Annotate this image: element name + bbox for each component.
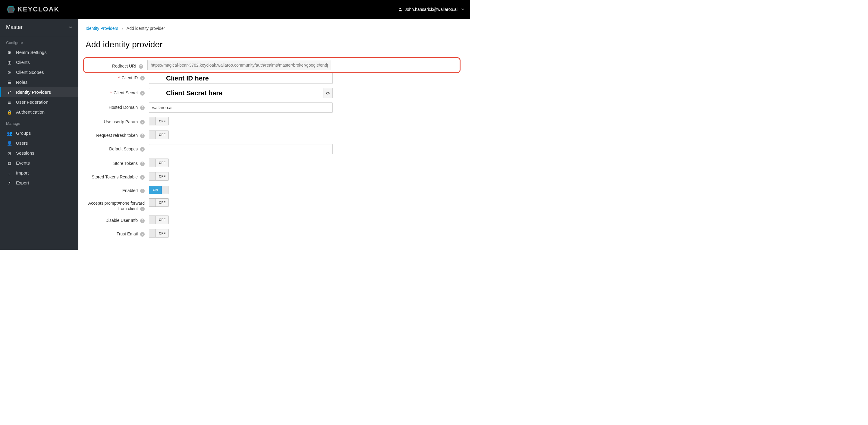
logo-text: KEYCLOAK <box>18 5 59 13</box>
group-icon: 👥 <box>7 131 12 135</box>
enabled-label: Enabled <box>122 188 138 193</box>
nav-client-scopes[interactable]: ⊛ Client Scopes <box>0 67 79 77</box>
calendar-icon: ▦ <box>7 161 12 165</box>
breadcrumb-current: Add identity provider <box>127 26 165 31</box>
nav-import[interactable]: ⭳ Import <box>0 168 79 178</box>
client-secret-annotation[interactable]: Client Secret here <box>149 88 323 98</box>
help-icon[interactable]: ? <box>140 207 145 211</box>
user-icon <box>398 7 402 11</box>
help-icon[interactable]: ? <box>140 161 145 166</box>
chevron-right-icon: › <box>122 26 123 31</box>
cube-icon: ◫ <box>7 60 12 65</box>
list-icon: ☰ <box>7 80 12 85</box>
user-icon: 👤 <box>7 141 12 146</box>
help-icon[interactable]: ? <box>140 91 145 96</box>
help-icon[interactable]: ? <box>138 64 143 69</box>
client-id-annotation[interactable]: Client ID here <box>149 73 333 84</box>
client-id-label: Client ID <box>121 75 138 80</box>
nav-realm-settings[interactable]: ⚙ Realm Settings <box>0 47 79 57</box>
help-icon[interactable]: ? <box>140 133 145 138</box>
help-icon[interactable]: ? <box>140 189 145 193</box>
sidebar: Master Configure ⚙ Realm Settings ◫ Clie… <box>0 19 79 250</box>
realm-selector[interactable]: Master <box>0 19 79 36</box>
section-configure: Configure <box>0 36 79 47</box>
use-userip-label: Use userIp Param <box>104 119 138 124</box>
page-title: Add identity provider <box>86 40 458 50</box>
nav-sessions[interactable]: ◷ Sessions <box>0 148 79 158</box>
export-icon: ⭷ <box>7 181 12 185</box>
breadcrumb-parent[interactable]: Identity Providers <box>86 26 118 31</box>
use-userip-toggle[interactable]: OFF <box>149 117 169 125</box>
nav-users[interactable]: 👤 Users <box>0 138 79 148</box>
stored-readable-label: Stored Tokens Readable <box>92 175 138 179</box>
trust-email-toggle[interactable]: OFF <box>149 229 169 238</box>
store-tokens-label: Store Tokens <box>113 161 138 166</box>
default-scopes-label: Default Scopes <box>109 147 138 151</box>
lock-icon: 🔒 <box>7 110 12 115</box>
help-icon[interactable]: ? <box>140 175 145 180</box>
help-icon[interactable]: ? <box>140 147 145 152</box>
chevron-down-icon <box>69 26 72 29</box>
nav-events[interactable]: ▦ Events <box>0 158 79 168</box>
help-icon[interactable]: ? <box>140 105 145 110</box>
import-icon: ⭳ <box>7 171 12 175</box>
realm-name: Master <box>6 24 23 30</box>
main-content: Identity Providers › Add identity provid… <box>79 19 470 250</box>
topbar: KEYCLOAK John.hansarick@wallaroo.ai <box>0 0 470 19</box>
disable-user-info-toggle[interactable]: OFF <box>149 215 169 224</box>
store-tokens-toggle[interactable]: OFF <box>149 158 169 167</box>
redirect-uri-highlight: Redirect URI ? <box>83 57 461 73</box>
rings-icon: ⊛ <box>7 70 12 75</box>
enabled-toggle[interactable]: ONOFF <box>149 186 168 194</box>
client-secret-label: Client Secret <box>114 90 138 95</box>
stored-readable-toggle[interactable]: OFF <box>149 172 169 181</box>
eye-icon <box>326 91 330 95</box>
redirect-uri-label: Redirect URI <box>112 64 136 68</box>
clock-icon: ◷ <box>7 151 12 155</box>
nav-authentication[interactable]: 🔒 Authentication <box>0 107 79 117</box>
sliders-icon: ⚙ <box>7 50 12 55</box>
exchange-icon: ⇄ <box>7 90 12 95</box>
help-icon[interactable]: ? <box>140 218 145 223</box>
keycloak-logo-icon <box>6 4 16 14</box>
hosted-domain-label: Hosted Domain <box>109 105 138 110</box>
help-icon[interactable]: ? <box>140 120 145 124</box>
help-icon[interactable]: ? <box>140 76 145 81</box>
nav-identity-providers[interactable]: ⇄ Identity Providers <box>0 87 79 97</box>
nav-export[interactable]: ⭷ Export <box>0 178 79 188</box>
request-refresh-label: Request refresh token <box>96 133 138 138</box>
nav-user-federation[interactable]: ≣ User Federation <box>0 97 79 107</box>
trust-email-label: Trust Email <box>117 232 138 236</box>
breadcrumb: Identity Providers › Add identity provid… <box>86 26 458 31</box>
disable-user-info-label: Disable User Info <box>105 218 138 223</box>
user-menu[interactable]: John.hansarick@wallaroo.ai <box>389 0 464 19</box>
section-manage: Manage <box>0 117 79 128</box>
help-icon[interactable]: ? <box>140 232 145 237</box>
hosted-domain-input[interactable] <box>149 102 333 113</box>
nav-roles[interactable]: ☰ Roles <box>0 77 79 87</box>
request-refresh-toggle[interactable]: OFF <box>149 130 169 139</box>
default-scopes-input[interactable] <box>149 144 333 154</box>
user-name: John.hansarick@wallaroo.ai <box>405 7 458 12</box>
nav-clients[interactable]: ◫ Clients <box>0 57 79 67</box>
logo[interactable]: KEYCLOAK <box>6 4 59 14</box>
chevron-down-icon <box>461 8 464 11</box>
reveal-secret-button[interactable] <box>323 88 333 98</box>
stack-icon: ≣ <box>7 100 12 104</box>
accepts-prompt-toggle[interactable]: OFF <box>149 198 169 207</box>
accepts-prompt-label: Accepts prompt=none forward from client <box>88 201 145 211</box>
nav-groups[interactable]: 👥 Groups <box>0 128 79 138</box>
svg-point-2 <box>399 8 401 9</box>
redirect-uri-input[interactable] <box>147 60 331 70</box>
